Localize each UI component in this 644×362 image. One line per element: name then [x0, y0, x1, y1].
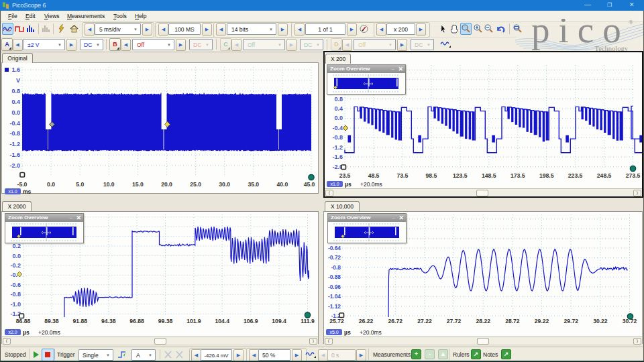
- svg-text:99.38: 99.38: [158, 318, 173, 324]
- svg-text:28.22: 28.22: [476, 318, 491, 324]
- svg-text:40.0: 40.0: [277, 181, 288, 188]
- svg-text:-2.0: -2.0: [9, 162, 20, 169]
- svg-text:15.0: 15.0: [132, 181, 144, 188]
- svg-text:-0.8: -0.8: [331, 264, 341, 271]
- svg-text:106.9: 106.9: [244, 318, 258, 324]
- svg-text:91.88: 91.88: [73, 318, 88, 324]
- svg-text:30.72: 30.72: [623, 318, 637, 324]
- svg-text:-1.0: -1.0: [10, 301, 21, 308]
- svg-text:28.72: 28.72: [505, 318, 520, 324]
- svg-text:273.5: 273.5: [626, 172, 641, 179]
- svg-text:94.38: 94.38: [101, 318, 116, 324]
- svg-text:30.0: 30.0: [219, 181, 230, 188]
- svg-text:-0.6: -0.6: [10, 282, 21, 288]
- svg-text:109.4: 109.4: [272, 318, 286, 324]
- svg-text:-1.6: -1.6: [332, 154, 343, 160]
- svg-text:-0.64: -0.64: [328, 245, 341, 251]
- svg-text:-0.8: -0.8: [10, 291, 21, 298]
- svg-text:26.22: 26.22: [359, 318, 374, 324]
- svg-text:123.5: 123.5: [453, 172, 468, 179]
- svg-text:198.5: 198.5: [539, 172, 554, 179]
- svg-text:25.72: 25.72: [329, 318, 344, 324]
- svg-text:27.72: 27.72: [447, 318, 462, 324]
- svg-text:-0.8: -0.8: [9, 130, 20, 137]
- svg-text:25.0: 25.0: [190, 181, 201, 188]
- svg-text:45.0: 45.0: [304, 181, 315, 188]
- svg-text:111.9: 111.9: [301, 318, 315, 324]
- svg-text:30.22: 30.22: [593, 318, 608, 324]
- svg-text:48.5: 48.5: [368, 172, 380, 179]
- svg-text:89.38: 89.38: [44, 318, 59, 324]
- svg-text:-1.6: -1.6: [9, 152, 20, 158]
- svg-text:29.72: 29.72: [564, 318, 578, 324]
- svg-text:35.0: 35.0: [248, 181, 259, 188]
- svg-text:0.4: 0.4: [11, 99, 20, 105]
- svg-text:20.0: 20.0: [161, 181, 172, 188]
- svg-text:0.0: 0.0: [11, 109, 20, 116]
- svg-text:96.88: 96.88: [129, 318, 144, 324]
- svg-text:-0.8: -0.8: [332, 134, 343, 141]
- svg-text:-0.96: -0.96: [328, 284, 341, 290]
- svg-text:-0.88: -0.88: [328, 274, 341, 280]
- svg-text:-1.04: -1.04: [328, 293, 341, 300]
- svg-text:27.22: 27.22: [417, 318, 432, 324]
- svg-text:0.2: 0.2: [12, 243, 21, 249]
- svg-text:173.5: 173.5: [511, 172, 525, 179]
- svg-text:5.0: 5.0: [76, 181, 84, 188]
- svg-text:0.0: 0.0: [334, 115, 343, 121]
- svg-text:0.8: 0.8: [11, 88, 20, 95]
- svg-text:10.0: 10.0: [103, 181, 115, 188]
- svg-text:23.5: 23.5: [339, 172, 351, 179]
- svg-text:-1.2: -1.2: [9, 141, 20, 147]
- svg-text:101.9: 101.9: [186, 318, 201, 324]
- svg-text:98.5: 98.5: [426, 172, 437, 179]
- svg-text:V: V: [16, 77, 20, 84]
- svg-text:-1.2: -1.2: [332, 144, 343, 151]
- svg-text:-0.2: -0.2: [10, 262, 21, 269]
- svg-text:-0.72: -0.72: [328, 254, 341, 261]
- svg-text:148.5: 148.5: [482, 172, 496, 179]
- svg-text:-1.12: -1.12: [328, 303, 341, 310]
- svg-text:®: ®: [629, 19, 633, 25]
- svg-text:0.0: 0.0: [47, 181, 55, 188]
- svg-text:104.4: 104.4: [215, 318, 230, 324]
- svg-text:26.72: 26.72: [388, 318, 403, 324]
- svg-text:0.4: 0.4: [334, 105, 343, 112]
- svg-text:223.5: 223.5: [568, 172, 583, 179]
- svg-text:-0.4: -0.4: [9, 120, 20, 127]
- svg-text:0.0: 0.0: [12, 253, 21, 259]
- svg-text:-0.4: -0.4: [332, 125, 343, 131]
- svg-text:248.5: 248.5: [597, 172, 612, 179]
- svg-text:1.6: 1.6: [11, 66, 20, 73]
- svg-text:-5.0: -5.0: [17, 181, 28, 188]
- svg-text:0.8: 0.8: [334, 96, 343, 103]
- svg-text:29.22: 29.22: [535, 318, 549, 324]
- svg-text:86.88: 86.88: [16, 318, 31, 324]
- svg-text:73.5: 73.5: [397, 172, 409, 179]
